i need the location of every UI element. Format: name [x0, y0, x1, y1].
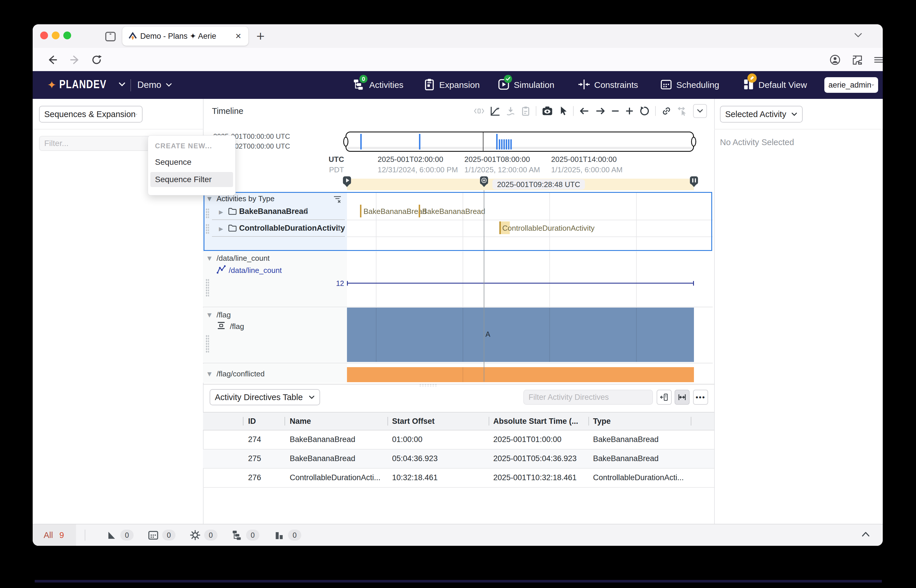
- counter-badge[interactable]: 0: [288, 530, 301, 541]
- expand-triangle-icon[interactable]: ▶: [219, 209, 223, 215]
- editor-toggle-icon[interactable]: [474, 107, 484, 115]
- menu-item-sequence-filter[interactable]: Sequence Filter: [150, 172, 233, 187]
- toolbox-icon[interactable]: [104, 30, 117, 44]
- reload-icon[interactable]: [91, 54, 102, 66]
- time-cursor-line[interactable]: [484, 190, 484, 381]
- console-tab-all[interactable]: All 9: [33, 524, 76, 546]
- nav-item-activities[interactable]: 0 Activities: [353, 71, 403, 99]
- nav-item-expansion[interactable]: Expansion: [423, 71, 480, 99]
- nav-item-scheduling[interactable]: Scheduling: [660, 71, 719, 99]
- menu-item-sequence[interactable]: Sequence: [148, 155, 235, 170]
- activity-bar[interactable]: [360, 205, 362, 217]
- flag-layer-label[interactable]: /flag: [230, 322, 244, 331]
- row-drag-handle[interactable]: [205, 335, 209, 353]
- minimap-left-handle[interactable]: [343, 137, 348, 147]
- right-panel-selector[interactable]: Selected Activity: [720, 106, 803, 123]
- browser-window: Demo - Plans ✦ Aerie ✕ +: [33, 24, 883, 546]
- panel-divider-right[interactable]: [714, 99, 715, 524]
- brand-logo[interactable]: PLANDEV: [59, 78, 107, 91]
- back-icon[interactable]: [47, 54, 58, 66]
- tab-close-icon[interactable]: ✕: [235, 32, 241, 41]
- calendar-icon[interactable]: [148, 530, 159, 542]
- cursor-time-pin[interactable]: [480, 176, 488, 184]
- zoom-out-icon[interactable]: [611, 107, 620, 115]
- collapse-triangle-icon[interactable]: ▼: [207, 371, 212, 377]
- activity-group-name[interactable]: BakeBananaBread: [239, 207, 308, 216]
- table-row[interactable]: 276 ControllableDurationActi... 10:32:18…: [203, 468, 714, 488]
- chart-edit-icon[interactable]: [490, 106, 500, 116]
- row-drag-handle[interactable]: [205, 224, 209, 234]
- counter-badge[interactable]: 0: [162, 530, 176, 541]
- expand-triangle-icon[interactable]: ▶: [219, 226, 223, 232]
- timeline-minimap[interactable]: [346, 131, 694, 152]
- counter-badge[interactable]: 0: [246, 530, 259, 541]
- column-header-start-offset[interactable]: Start Offset: [392, 417, 435, 426]
- table-panel-toggle-button[interactable]: [657, 390, 672, 405]
- minimap-right-handle[interactable]: [691, 137, 696, 147]
- plan-selector[interactable]: Demo: [137, 71, 172, 99]
- tab-list-chevron-icon[interactable]: [853, 32, 863, 40]
- left-panel-selector[interactable]: Sequences & Expansion: [39, 106, 142, 123]
- bar-chart-icon[interactable]: [273, 530, 284, 542]
- table-panel-selector[interactable]: Activity Directives Table: [210, 389, 320, 405]
- extensions-puzzle-icon[interactable]: [852, 54, 863, 67]
- activity-bar-label[interactable]: BakeBananaBread: [422, 207, 485, 216]
- timeline-more-button[interactable]: [693, 104, 707, 118]
- gear-icon[interactable]: [190, 530, 201, 542]
- activity-group-name[interactable]: ControllableDurationActivity: [239, 224, 345, 233]
- close-window-button[interactable]: [40, 32, 48, 39]
- table-filter-input[interactable]: [523, 390, 653, 405]
- nav-item-simulation[interactable]: Simulation: [498, 71, 554, 99]
- collapse-triangle-icon[interactable]: ▼: [207, 312, 212, 318]
- pan-right-icon[interactable]: [595, 107, 606, 115]
- hierarchy-icon[interactable]: [232, 530, 242, 542]
- link-icon[interactable]: [661, 106, 672, 116]
- browser-tab[interactable]: Demo - Plans ✦ Aerie ✕: [122, 27, 248, 46]
- collapse-triangle-icon[interactable]: ▼: [207, 195, 212, 202]
- snapshot-camera-icon[interactable]: [542, 106, 553, 116]
- collapse-triangle-icon[interactable]: ▼: [207, 255, 212, 261]
- table-row[interactable]: 274 BakeBananaBread 01:00:00 2025-001T01…: [203, 430, 714, 449]
- row-drag-handle[interactable]: [205, 279, 209, 297]
- clipboard-icon[interactable]: [521, 106, 530, 116]
- table-more-button[interactable]: •••: [693, 390, 708, 405]
- chevron-up-icon[interactable]: [860, 530, 871, 540]
- line-count-layer-label[interactable]: /data/line_count: [229, 266, 282, 275]
- reset-zoom-icon[interactable]: [639, 106, 650, 116]
- column-header-id[interactable]: ID: [248, 417, 256, 426]
- activity-bar[interactable]: [419, 205, 420, 217]
- account-icon[interactable]: [829, 54, 841, 67]
- download-curve-icon[interactable]: [506, 106, 515, 116]
- column-header-absolute-start[interactable]: Absolute Start Time (...: [493, 417, 578, 426]
- minimize-window-button[interactable]: [52, 32, 60, 39]
- filter-remove-icon[interactable]: [333, 195, 342, 205]
- plan-start-pin[interactable]: [343, 176, 351, 184]
- pan-left-icon[interactable]: [579, 107, 590, 115]
- zoom-in-icon[interactable]: [625, 107, 634, 115]
- drag-cursor-icon[interactable]: [677, 106, 688, 116]
- activity-bar-label[interactable]: BakeBananaBread: [363, 207, 426, 216]
- activity-bar-label[interactable]: ControllableDurationActivity: [502, 224, 595, 233]
- ruler-triangle-icon[interactable]: [106, 530, 117, 542]
- nav-item-default-view[interactable]: Default View: [743, 71, 807, 99]
- plan-end-pin[interactable]: [690, 176, 698, 184]
- menu-hamburger-icon[interactable]: [874, 55, 883, 66]
- counter-badge[interactable]: 0: [204, 530, 217, 541]
- cursor-icon[interactable]: [558, 106, 568, 116]
- counter-badge[interactable]: 0: [120, 530, 134, 541]
- new-tab-button[interactable]: +: [256, 29, 265, 42]
- autosize-columns-button[interactable]: [675, 390, 690, 405]
- nav-item-constraints[interactable]: Constraints: [578, 71, 638, 99]
- column-header-type[interactable]: Type: [593, 417, 611, 426]
- brand-chevron-icon[interactable]: [118, 82, 126, 89]
- row-drag-handle[interactable]: [205, 208, 209, 218]
- conflicted-span-block[interactable]: [347, 367, 694, 382]
- table-panel-divider[interactable]: [203, 384, 714, 384]
- column-header-name[interactable]: Name: [290, 417, 311, 426]
- flag-span-block[interactable]: [347, 308, 694, 362]
- activity-group-count: 1: [337, 224, 341, 233]
- zoom-window-button[interactable]: [63, 32, 71, 39]
- table-row[interactable]: 275 BakeBananaBread 05:04:36.923 2025-00…: [203, 449, 714, 468]
- forward-icon[interactable]: [69, 54, 81, 66]
- user-menu[interactable]: aerie_admin: [824, 77, 878, 93]
